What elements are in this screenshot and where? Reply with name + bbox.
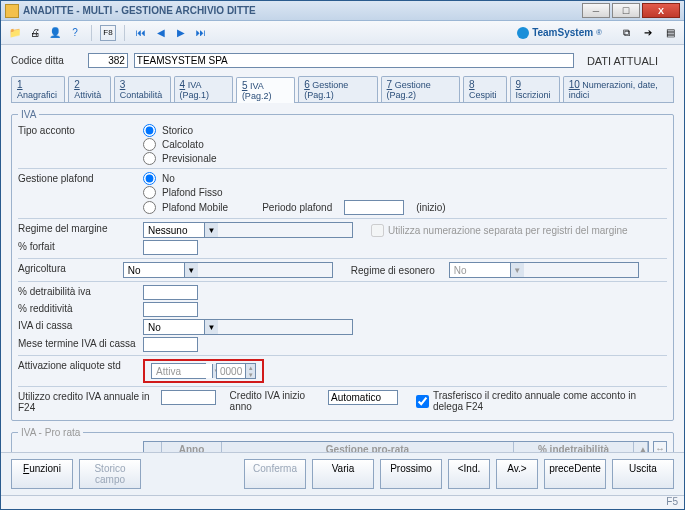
plafond-option-1[interactable]: Plafond Fisso xyxy=(143,186,446,199)
margine-numerazione-label: Utilizza numerazione separata per regist… xyxy=(388,225,628,236)
conferma-button: Conferma xyxy=(244,459,306,489)
agricoltura-label: Agricoltura xyxy=(18,262,123,274)
tab-contabilit-[interactable]: 3 Contabilità xyxy=(114,76,171,102)
tool-user-icon[interactable]: 👤 xyxy=(47,25,63,41)
arrow-down-icon: ▼ xyxy=(246,371,255,378)
brand: TeamSystem® xyxy=(517,27,602,39)
close-button[interactable]: X xyxy=(642,3,680,18)
credito-inizio-label: Credito IVA inizio anno xyxy=(230,390,322,412)
tool-folder-icon[interactable]: 📁 xyxy=(7,25,23,41)
ind-button[interactable]: <Ind. xyxy=(448,459,490,489)
aliquote-std-select: Attiva▼ xyxy=(151,363,206,379)
periodo-plafond-label: Periodo plafond xyxy=(262,202,332,213)
acconto-option-1[interactable]: Calcolato xyxy=(143,138,216,151)
gestione-plafond-label: Gestione plafond xyxy=(18,172,143,184)
tab-iva-pag-2-[interactable]: 5 IVA (Pag.2) xyxy=(236,77,295,103)
detraibilita-label: % detraibilità iva xyxy=(18,285,143,297)
chevron-down-icon[interactable]: ▼ xyxy=(204,223,218,237)
utilizzo-credito-input[interactable] xyxy=(161,390,216,405)
uscita-button[interactable]: Uscita xyxy=(612,459,674,489)
margine-numerazione-checkbox xyxy=(371,224,384,237)
tab-cespiti[interactable]: 8 Cespiti xyxy=(463,76,507,102)
status-bar: F5 xyxy=(1,495,684,509)
data-status: DATI ATTUALI xyxy=(587,55,674,67)
utilizzo-credito-label: Utilizzo credito IVA annuale in F24 xyxy=(18,390,161,413)
plafond-option-0[interactable]: No xyxy=(143,172,446,185)
detraibilita-input[interactable] xyxy=(143,285,198,300)
regime-margine-label: Regime del margine xyxy=(18,222,143,234)
nav-first-icon[interactable]: ⏮ xyxy=(133,25,149,41)
scroll-up-icon: ▲ xyxy=(634,442,648,452)
aliquote-year-spinner: 0000 ▲▼ xyxy=(216,363,256,379)
forfait-label: % forfait xyxy=(18,240,143,252)
periodo-plafond-input[interactable] xyxy=(344,200,404,215)
tab-numerazioni-date-indici[interactable]: 10 Numerazioni, date, indici xyxy=(563,76,674,102)
nav-last-icon[interactable]: ⏭ xyxy=(193,25,209,41)
av-button[interactable]: Av.> xyxy=(496,459,538,489)
regime-esonero-label: Regime di esonero xyxy=(351,265,435,276)
tool-page-icon[interactable]: ▤ xyxy=(662,25,678,41)
window-title: ANADITTE - MULTI - GESTIONE ARCHIVIO DIT… xyxy=(23,5,582,16)
redditivita-input[interactable] xyxy=(143,302,198,317)
titlebar: ANADITTE - MULTI - GESTIONE ARCHIVIO DIT… xyxy=(1,1,684,21)
arrow-up-icon: ▲ xyxy=(246,364,255,371)
regime-esonero-select: No▼ xyxy=(449,262,639,278)
iva-legend: IVA xyxy=(18,109,39,120)
tab-gestione-pag-2-[interactable]: 7 Gestione (Pag.2) xyxy=(381,76,460,102)
tab-anagrafici[interactable]: 1 Anagrafici xyxy=(11,76,65,102)
precedente-button[interactable]: preceDente xyxy=(544,459,606,489)
mese-termine-label: Mese termine IVA di cassa xyxy=(18,337,143,349)
tab-iscrizioni[interactable]: 9 Iscrizioni xyxy=(510,76,560,102)
grid-tool-icon: ↔ xyxy=(653,441,667,452)
window: ANADITTE - MULTI - GESTIONE ARCHIVIO DIT… xyxy=(0,0,685,510)
brand-name: TeamSystem xyxy=(532,27,593,38)
funzioni-button[interactable]: Funzioni xyxy=(11,459,73,489)
company-input[interactable] xyxy=(134,53,574,68)
prorata-group: IVA - Pro rata Anno Gestione pro-rata % … xyxy=(11,427,674,452)
chevron-down-icon: ▼ xyxy=(510,263,524,277)
prorata-legend: IVA - Pro rata xyxy=(18,427,83,438)
varia-button[interactable]: Varia xyxy=(312,459,374,489)
plafond-option-2[interactable]: Plafond MobilePeriodo plafond (inizio) xyxy=(143,200,446,215)
col-gestione: Gestione pro-rata xyxy=(222,442,514,452)
tool-list-icon[interactable]: F8 xyxy=(100,25,116,41)
prorata-grid: Anno Gestione pro-rata % indetraibilità … xyxy=(143,441,649,452)
tipo-acconto-label: Tipo acconto xyxy=(18,124,143,136)
minimize-button[interactable]: ─ xyxy=(582,3,610,18)
col-indetraibilita: % indetraibilità xyxy=(514,442,634,452)
iva-cassa-label: IVA di cassa xyxy=(18,319,143,331)
agricoltura-select[interactable]: No▼ xyxy=(123,262,333,278)
acconto-option-2[interactable]: Previsionale xyxy=(143,152,216,165)
tab-attivit-[interactable]: 2 Attività xyxy=(68,76,111,102)
tool-help-icon[interactable]: ? xyxy=(67,25,83,41)
maximize-button[interactable]: ☐ xyxy=(612,3,640,18)
tab-gestione-pag-1-[interactable]: 6 Gestione (Pag.1) xyxy=(298,76,377,102)
nav-next-icon[interactable]: ▶ xyxy=(173,25,189,41)
chevron-down-icon[interactable]: ▼ xyxy=(184,263,198,277)
bottom-bar: Funzioni Storico campo Conferma Varia Pr… xyxy=(1,452,684,495)
code-input[interactable] xyxy=(88,53,128,68)
nav-prev-icon[interactable]: ◀ xyxy=(153,25,169,41)
trasferisco-label: Trasferisco il credito annuale come acco… xyxy=(433,390,667,412)
tab-iva-pag-1-[interactable]: 4 IVA (Pag.1) xyxy=(174,76,233,102)
credito-inizio-input[interactable] xyxy=(328,390,398,405)
trasferisco-checkbox[interactable] xyxy=(416,395,429,408)
forfait-input xyxy=(143,240,198,255)
toolbar: 📁 🖨 👤 ? F8 ⏮ ◀ ▶ ⏭ TeamSystem® ⧉ ➔ ▤ xyxy=(1,21,684,45)
storico-button: Storico campo xyxy=(79,459,141,489)
regime-margine-select[interactable]: Nessuno▼ xyxy=(143,222,353,238)
iva-cassa-select[interactable]: No▼ xyxy=(143,319,353,335)
header-row: Codice ditta DATI ATTUALI xyxy=(11,53,674,68)
iva-group: IVA Tipo acconto Storico Calcolato Previ… xyxy=(11,109,674,421)
brand-logo-icon xyxy=(517,27,529,39)
chevron-down-icon[interactable]: ▼ xyxy=(204,320,218,334)
tool-forward-icon[interactable]: ➔ xyxy=(640,25,656,41)
prossimo-button[interactable]: Prossimo xyxy=(380,459,442,489)
tool-print-icon[interactable]: 🖨 xyxy=(27,25,43,41)
acconto-option-0[interactable]: Storico xyxy=(143,124,216,137)
mese-termine-input[interactable] xyxy=(143,337,198,352)
tool-copy-icon[interactable]: ⧉ xyxy=(618,25,634,41)
tab-strip: 1 Anagrafici2 Attività3 Contabilità4 IVA… xyxy=(11,76,674,103)
app-icon xyxy=(5,4,19,18)
col-anno: Anno xyxy=(162,442,222,452)
